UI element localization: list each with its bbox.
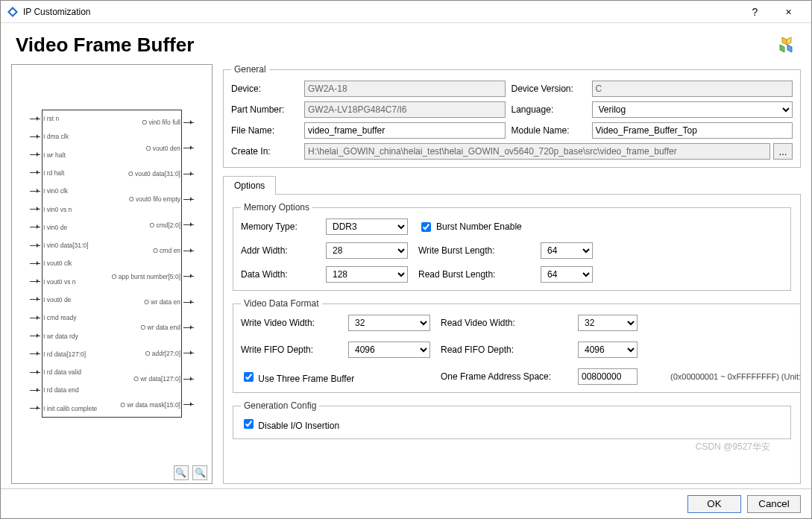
close-button[interactable]: × (772, 1, 805, 23)
browse-button[interactable]: ... (773, 143, 793, 160)
input-port: I vout0 de (30, 292, 104, 308)
video-format-group: Video Data Format Write Video Width: 32 … (233, 298, 801, 393)
zoom-out-button[interactable]: 🔍 (192, 465, 207, 480)
input-port: I vin0 data[31:0] (30, 237, 104, 254)
input-port: I init calib complete (30, 400, 104, 417)
disable-io-checkbox[interactable]: Disable I/O Insertion (241, 421, 339, 431)
input-port: I vout0 clk (30, 255, 104, 271)
page-header: Video Frame Buffer (1, 23, 811, 64)
one-frame-addr-hint: (0x00000001 ~ 0xFFFFFFFF) (Unit: 16 bit (670, 372, 801, 381)
device-version-label: Device Version: (512, 84, 586, 94)
output-port: O app burst number[5:0] (104, 268, 194, 285)
general-legend: General (231, 64, 269, 75)
memory-options-legend: Memory Options (241, 202, 312, 213)
module-name-label: Module Name: (512, 125, 586, 136)
memory-type-select[interactable]: DDR3 (326, 218, 408, 235)
page-title: Video Frame Buffer (16, 34, 777, 57)
device-version-field (592, 81, 793, 97)
watermark: CSDN @9527华安 (696, 441, 770, 453)
titlebar: IP Customization ? × (1, 1, 811, 23)
general-group: General Device: Device Version: Part Num… (223, 64, 801, 168)
output-port: O wr data mask[15:0] (104, 397, 194, 413)
memory-options-group: Memory Options Memory Type: DDR3 Burst N… (233, 202, 791, 291)
input-port: I rd data[127:0] (30, 346, 104, 362)
burst-enable-checkbox[interactable]: Burst Number Enable (418, 220, 623, 234)
output-port: O vout0 data[31:0] (104, 166, 194, 182)
write-burst-label: Write Burst Length: (418, 245, 530, 256)
output-port: O cmd[2:0] (104, 217, 194, 233)
input-port: I rst n (30, 110, 104, 127)
input-port: I rd halt (30, 165, 104, 181)
write-fifo-depth-select[interactable]: 4096 (348, 342, 430, 358)
generation-config-legend: Generation Config (241, 400, 319, 411)
input-port: I wr halt (30, 147, 104, 163)
svg-marker-3 (787, 37, 791, 45)
write-burst-select[interactable]: 64 (541, 242, 593, 259)
input-port: I cmd ready (30, 309, 104, 326)
ok-button[interactable]: OK (687, 495, 741, 513)
create-in-field (304, 143, 770, 160)
help-button[interactable]: ? (738, 1, 772, 23)
output-port: O wr data[127:0] (104, 371, 194, 387)
svg-marker-4 (780, 45, 784, 52)
svg-marker-2 (782, 37, 787, 45)
read-fifo-depth-label: Read FIFO Depth: (441, 345, 567, 355)
tab-options[interactable]: Options (223, 176, 276, 195)
output-port: O wr data end (104, 319, 194, 336)
one-frame-addr-input[interactable] (578, 368, 638, 385)
write-video-width-label: Write Video Width: (241, 318, 338, 328)
video-format-legend: Video Data Format (241, 298, 322, 309)
write-fifo-depth-label: Write FIFO Depth: (241, 345, 338, 355)
three-frame-checkbox[interactable]: Use Three Frame Buffer (241, 370, 430, 384)
addr-width-select[interactable]: 28 (326, 242, 408, 259)
burst-enable-input[interactable] (421, 222, 431, 232)
file-name-input[interactable] (304, 122, 506, 139)
ip-icon (777, 36, 796, 55)
memory-type-label: Memory Type: (241, 221, 315, 232)
output-port: O vout0 den (104, 140, 194, 157)
data-width-select[interactable]: 128 (326, 266, 408, 283)
dialog-footer: OK Cancel (1, 488, 811, 518)
window-title: IP Customization (23, 7, 738, 17)
output-port: O vout0 fifo empty (104, 191, 194, 207)
output-port: O cmd en (104, 242, 194, 259)
input-port: I vin0 clk (30, 183, 104, 199)
svg-marker-5 (787, 45, 792, 52)
create-in-label: Create In: (231, 146, 298, 157)
output-port: O vin0 fifo full (104, 114, 194, 130)
input-port: I dma clk (30, 128, 104, 145)
read-fifo-depth-select[interactable]: 4096 (578, 342, 638, 358)
read-burst-select[interactable]: 64 (541, 266, 593, 283)
three-frame-input[interactable] (244, 372, 254, 382)
write-video-width-select[interactable]: 32 (348, 315, 430, 331)
device-field (304, 81, 506, 97)
read-burst-label: Read Burst Length: (418, 269, 530, 280)
language-select[interactable]: Verilog (592, 101, 793, 118)
part-number-field (304, 101, 506, 118)
file-name-label: File Name: (231, 125, 298, 136)
one-frame-addr-label: One Frame Address Space: (441, 371, 567, 382)
block-diagram-panel: I rst nI dma clkI wr haltI rd haltI vin0… (11, 64, 213, 484)
data-width-label: Data Width: (241, 269, 315, 280)
input-port: I wr data rdy (30, 328, 104, 345)
disable-io-input[interactable] (244, 419, 254, 429)
input-port: I rd data valid (30, 364, 104, 380)
part-number-label: Part Number: (231, 104, 298, 115)
module-name-input[interactable] (592, 122, 793, 139)
addr-width-label: Addr Width: (241, 245, 315, 256)
input-port: I vin0 vs n (30, 201, 104, 218)
zoom-in-button[interactable]: 🔍 (174, 465, 189, 480)
input-port: I vout0 vs n (30, 274, 104, 290)
tab-bar: Options (223, 175, 801, 195)
app-icon (7, 6, 19, 18)
output-port: O addr[27:0] (104, 345, 194, 362)
input-port: I vin0 de (30, 219, 104, 236)
language-label: Language: (512, 104, 586, 115)
dialog-window: IP Customization ? × Video Frame Buffer … (0, 0, 812, 519)
read-video-width-select[interactable]: 32 (578, 315, 638, 331)
device-label: Device: (231, 84, 298, 94)
generation-config-group: Generation Config Disable I/O Insertion (233, 400, 791, 439)
options-panel: Memory Options Memory Type: DDR3 Burst N… (223, 195, 801, 484)
read-video-width-label: Read Video Width: (441, 318, 567, 328)
cancel-button[interactable]: Cancel (747, 495, 801, 513)
